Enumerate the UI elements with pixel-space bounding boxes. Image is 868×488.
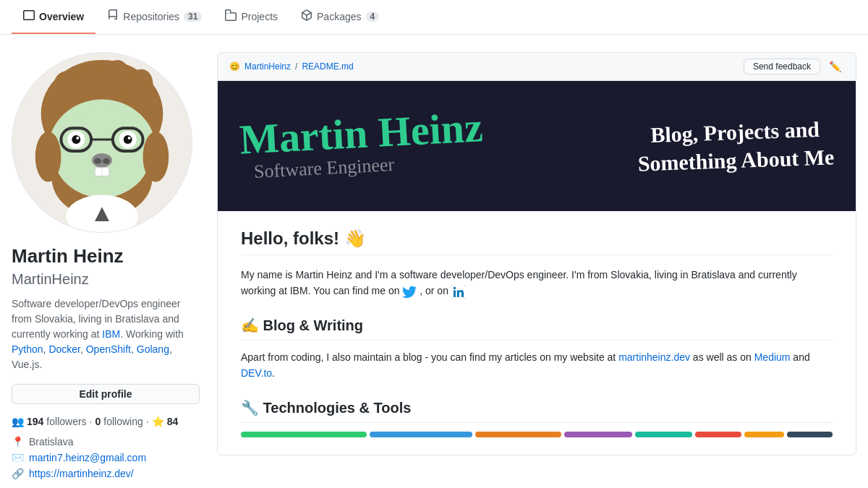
stars-count: 84 <box>167 416 179 427</box>
blog-paragraph: Apart from coding, I also maintain a blo… <box>241 349 833 382</box>
smiley-icon: 😊 <box>229 61 240 72</box>
location-icon: 📍 <box>12 436 23 448</box>
readme-banner: Martin Heinz Software Engineer Blog, Pro… <box>218 81 856 211</box>
star-icon: ⭐ <box>152 416 164 427</box>
readme-filename: README <box>302 61 339 72</box>
hello-paragraph: My name is Martin Heinz and I'm a softwa… <box>241 267 833 299</box>
main-layout: 🔥 Martin Heinz MartinHeinz Software deve… <box>0 35 868 488</box>
readme-ext: .md <box>339 61 354 72</box>
website-item: 🔗 https://martinheinz.dev/ <box>12 468 200 479</box>
people-icon: 👥 <box>12 416 24 427</box>
tab-repositories[interactable]: Repositories 31 <box>95 0 213 34</box>
svg-point-26 <box>35 132 61 181</box>
bar-1 <box>241 432 367 437</box>
bio-golang-link[interactable]: Golang <box>137 343 169 355</box>
email-icon: ✉️ <box>12 452 23 463</box>
readme-separator: / <box>295 61 297 72</box>
blog-heading: ✍️ Blog & Writing <box>241 317 833 341</box>
repositories-badge: 31 <box>184 12 202 22</box>
following-label: following <box>103 416 142 427</box>
svg-point-20 <box>103 158 110 164</box>
following-link[interactable]: 0 <box>95 416 101 427</box>
page-wrapper: Overview Repositories 31 Projects <box>0 0 868 488</box>
tab-overview[interactable]: Overview <box>12 0 95 34</box>
svg-point-16 <box>76 137 79 140</box>
tab-packages-label: Packages <box>317 11 361 22</box>
bar-7 <box>744 432 784 437</box>
svg-point-14 <box>72 135 80 144</box>
edit-profile-button[interactable]: Edit profile <box>12 384 200 404</box>
svg-point-17 <box>128 137 131 140</box>
svg-point-15 <box>124 135 132 144</box>
readme-body: Hello, folks! 👋 My name is Martin Heinz … <box>218 211 856 455</box>
bar-4 <box>564 432 633 437</box>
followers-label: followers <box>46 416 86 427</box>
overview-icon <box>23 9 35 23</box>
stats-row: 👥 194 followers · 0 following · ⭐ 84 <box>12 416 200 427</box>
sidebar-info: 📍 Bratislava ✉️ martin7.heinz@gmail.com … <box>12 436 200 479</box>
banner-tagline: Blog, Projects and Something About Me <box>637 114 835 177</box>
profile-name: Martin Heinz <box>12 244 200 268</box>
stat-separator-1: · <box>90 416 93 427</box>
readme-header: 😊 MartinHeinz / README.md Send feedback … <box>218 53 856 81</box>
tech-heading: 🔧 Technologies & Tools <box>241 399 833 423</box>
tab-repositories-label: Repositories <box>123 11 179 22</box>
tab-overview-label: Overview <box>39 11 84 22</box>
location-item: 📍 Bratislava <box>12 436 200 448</box>
blog-website-link[interactable]: martinheinz.dev <box>618 351 690 363</box>
readme-username-link[interactable]: MartinHeinz <box>244 61 291 72</box>
email-link[interactable]: martin7.heinz@gmail.com <box>29 452 146 463</box>
followers-link[interactable]: 194 <box>27 416 43 427</box>
tab-packages[interactable]: Packages 4 <box>289 0 391 34</box>
bio-ibm-link[interactable]: IBM <box>102 328 120 340</box>
banner-left: Martin Heinz Software Engineer <box>239 113 637 179</box>
tech-heading-text: 🔧 Technologies & Tools <box>241 399 411 416</box>
location-text: Bratislava <box>29 436 73 448</box>
readme-header-left: 😊 MartinHeinz / README.md <box>229 61 354 72</box>
stars-link[interactable]: 84 <box>167 416 179 427</box>
blog-medium-link[interactable]: Medium <box>754 351 791 363</box>
email-item: ✉️ martin7.heinz@gmail.com <box>12 452 200 463</box>
svg-text:🔥: 🔥 <box>169 195 192 219</box>
tab-projects-label: Projects <box>241 11 278 22</box>
stat-separator-2: · <box>146 416 149 427</box>
hello-heading-text: Hello, folks! 👋 <box>241 228 366 249</box>
bio-python-link[interactable]: Python <box>12 343 43 355</box>
send-feedback-button[interactable]: Send feedback <box>744 59 820 74</box>
blog-devto-link[interactable]: DEV.to <box>241 367 272 379</box>
top-nav: Overview Repositories 31 Projects <box>0 0 868 35</box>
repositories-icon <box>107 9 119 23</box>
edit-readme-button[interactable]: ✏️ <box>826 59 844 74</box>
bar-6 <box>695 432 741 437</box>
readme-file-link[interactable]: README.md <box>302 61 353 72</box>
banner-tagline-line2: Something About Me <box>637 145 835 175</box>
packages-icon <box>301 9 312 23</box>
bar-3 <box>475 432 561 437</box>
packages-badge: 4 <box>366 12 380 22</box>
avatar: 🔥 <box>12 52 192 233</box>
projects-icon <box>225 9 237 23</box>
blog-heading-text: ✍️ Blog & Writing <box>241 317 363 334</box>
following-count: 0 <box>95 416 101 427</box>
twitter-icon[interactable] <box>402 285 417 299</box>
hello-heading: Hello, folks! 👋 <box>241 228 833 255</box>
content-area: 😊 MartinHeinz / README.md Send feedback … <box>217 52 856 479</box>
profile-username: MartinHeinz <box>12 271 200 288</box>
followers-count: 194 <box>27 416 43 427</box>
bar-8 <box>787 432 833 437</box>
tab-projects[interactable]: Projects <box>213 0 289 34</box>
readme-header-right: Send feedback ✏️ <box>744 59 844 74</box>
link-icon: 🔗 <box>12 468 23 479</box>
website-link[interactable]: https://martinheinz.dev/ <box>29 468 134 479</box>
tech-progress-bars <box>241 432 833 437</box>
sidebar: 🔥 Martin Heinz MartinHeinz Software deve… <box>12 52 200 479</box>
profile-bio: Software developer/DevOps engineer from … <box>12 296 200 372</box>
bio-docker-link[interactable]: Docker <box>48 343 80 355</box>
linkedin-icon[interactable] <box>451 285 466 299</box>
bar-5 <box>635 432 692 437</box>
svg-point-19 <box>94 158 101 164</box>
banner-tagline-line1: Blog, Projects and <box>650 117 820 147</box>
banner-name: Martin Heinz <box>239 106 484 161</box>
svg-point-27 <box>143 132 169 181</box>
bio-openshift-link[interactable]: OpenShift <box>86 343 131 355</box>
